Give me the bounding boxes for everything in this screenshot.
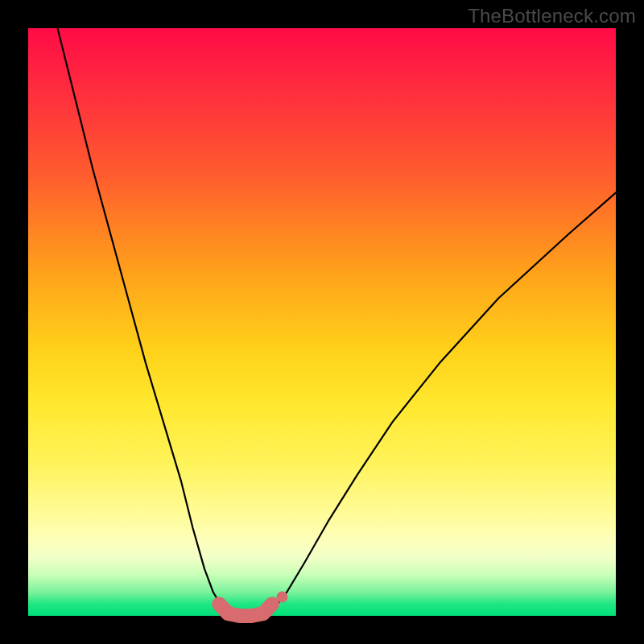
sweet-spot-extra-dot <box>276 592 287 603</box>
curve-left <box>58 28 240 616</box>
curve-right <box>240 192 616 616</box>
watermark-text: TheBottleneck.com <box>468 5 636 27</box>
chart-frame: TheBottleneck.com <box>0 0 644 644</box>
sweet-spot-marker <box>219 604 272 616</box>
chart-svg <box>28 28 616 616</box>
